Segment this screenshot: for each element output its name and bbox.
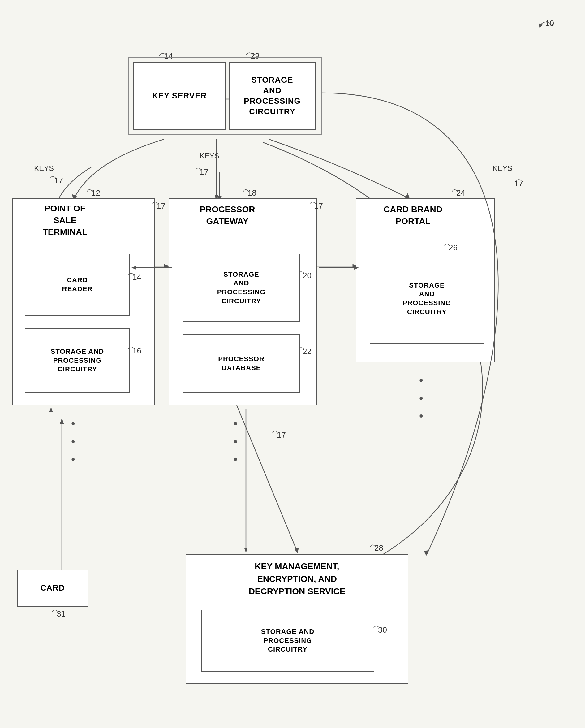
ref-28-arrow bbox=[369, 541, 378, 550]
pg-storage-box: STORAGEANDPROCESSINGCIRCUITRY bbox=[183, 254, 300, 322]
key-server-label: KEY SERVER bbox=[152, 91, 207, 101]
key-server-storage-box: STORAGEANDPROCESSINGCIRCUITRY bbox=[229, 62, 316, 130]
ref-18-arrow bbox=[242, 186, 251, 195]
ref-26-arrow bbox=[443, 241, 453, 249]
pos-dots: ••• bbox=[71, 415, 75, 468]
card-reader-box: CARDREADER bbox=[25, 254, 130, 316]
svg-marker-25 bbox=[49, 407, 53, 412]
diagram-container: 10 KEY SERVER 14 STORAGEANDPROCESSINGCIR… bbox=[0, 0, 585, 728]
card-box: CARD bbox=[17, 570, 88, 607]
cbp-dots: ••• bbox=[419, 371, 423, 425]
ref-20-arrow bbox=[298, 269, 307, 277]
ref-14-arrow bbox=[158, 50, 170, 59]
svg-marker-12 bbox=[60, 418, 64, 424]
svg-marker-19 bbox=[131, 266, 136, 269]
ref-29-arrow bbox=[244, 49, 257, 58]
keys-label-mid: KEYS bbox=[200, 152, 219, 160]
pos-storage-label: STORAGE ANDPROCESSINGCIRCUITRY bbox=[51, 347, 104, 374]
ref-17-pg-right-arrow bbox=[309, 199, 318, 207]
pg-dots: ••• bbox=[234, 415, 238, 468]
ref-31-arrow bbox=[51, 607, 61, 615]
proc-database-label: PROCESSORDATABASE bbox=[218, 355, 265, 372]
km-storage-label: STORAGE ANDPROCESSINGCIRCUITRY bbox=[261, 627, 314, 654]
ref-17-right-arrow bbox=[515, 176, 525, 184]
key-server-box: KEY SERVER bbox=[133, 62, 226, 130]
key-server-storage-label: STORAGEANDPROCESSINGCIRCUITRY bbox=[244, 75, 300, 117]
ref-12-arrow bbox=[86, 186, 95, 195]
card-to-pos-line bbox=[48, 406, 54, 573]
pg-to-pos-arrow bbox=[130, 260, 173, 276]
svg-marker-14 bbox=[539, 23, 542, 28]
card-label: CARD bbox=[40, 583, 65, 593]
proc-database-box: PROCESSORDATABASE bbox=[183, 334, 300, 393]
ref-17-pg-left-arrow bbox=[152, 199, 161, 207]
pg-to-cbp-arrow bbox=[317, 260, 361, 276]
pg-storage-label: STORAGEANDPROCESSINGCIRCUITRY bbox=[217, 270, 266, 306]
pos-label: POINT OFSALETERMINAL bbox=[19, 203, 111, 238]
ref-10-arrow bbox=[537, 16, 556, 28]
ref-30-arrow bbox=[373, 623, 382, 631]
cbp-label: CARD BRANDPORTAL bbox=[362, 204, 464, 227]
card-reader-label: CARDREADER bbox=[62, 276, 93, 293]
ref-16-arrow bbox=[128, 344, 137, 352]
svg-marker-21 bbox=[354, 266, 359, 269]
ref-17-km-arrow bbox=[272, 428, 281, 436]
svg-marker-26 bbox=[424, 550, 428, 556]
km-label: KEY MANAGEMENT,ENCRYPTION, ANDDECRYPTION… bbox=[190, 560, 404, 598]
ref-17-mid-arrow bbox=[195, 165, 204, 173]
ref-22-arrow bbox=[298, 344, 307, 352]
svg-marker-23 bbox=[244, 548, 248, 553]
ref-24-arrow bbox=[451, 186, 460, 195]
ref-17-left-arrow bbox=[50, 173, 59, 181]
pg-to-km-arrow bbox=[243, 409, 249, 554]
keys-label-right: KEYS bbox=[493, 164, 512, 173]
processor-gateway-label: PROCESSORGATEWAY bbox=[173, 204, 282, 227]
svg-marker-10 bbox=[294, 548, 298, 553]
cbp-storage-box: STORAGEANDPROCESSINGCIRCUITRY bbox=[370, 254, 484, 344]
cbp-storage-label: STORAGEANDPROCESSINGCIRCUITRY bbox=[403, 281, 451, 316]
km-storage-box: STORAGE ANDPROCESSINGCIRCUITRY bbox=[201, 610, 374, 672]
pos-storage-box: STORAGE ANDPROCESSINGCIRCUITRY bbox=[25, 328, 130, 393]
